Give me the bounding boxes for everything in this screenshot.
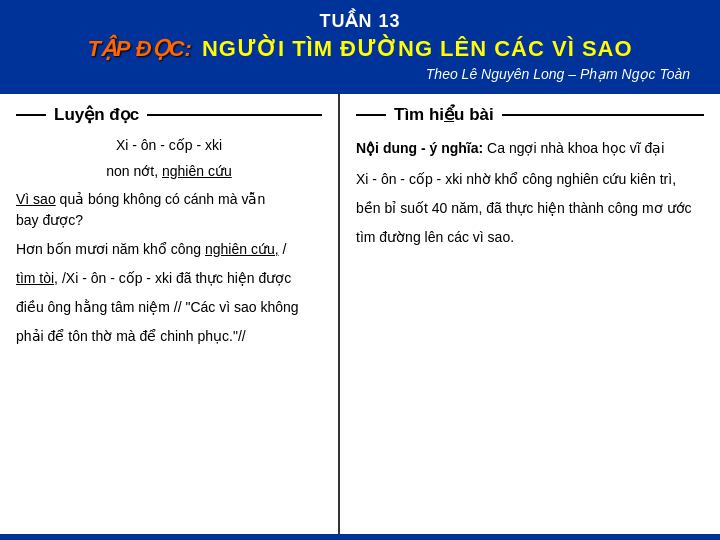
paragraph-4: phải để tôn thờ mà để chinh phục."// — [16, 326, 322, 347]
main-content: Luyện đọc Xi - ôn - cốp - xki non nớt, n… — [0, 94, 720, 534]
vocab-non-not: non nớt, — [106, 163, 162, 179]
luyen-doc-header: Luyện đọc — [16, 104, 322, 125]
bay-duoc: bay được? — [16, 212, 83, 228]
p2-tim-toi: tìm tòi, — [16, 270, 58, 286]
p1-slash: / — [279, 241, 287, 257]
noi-dung-block: Nội dung - ý nghĩa: Ca ngợi nhà khoa học… — [356, 137, 704, 159]
paragraph-2: tìm tòi, /Xi - ôn - cốp - xki đã thực hi… — [16, 268, 322, 289]
p2-rest: /Xi - ôn - cốp - xki đã thực hiện được — [58, 270, 291, 286]
tap-doc-label: TẬP ĐỌC: — [87, 36, 192, 62]
p1-start: Hơn bốn mươi năm khổ công — [16, 241, 205, 257]
theo-attribution: Theo Lê Nguyên Long – Phạm Ngọc Toàn — [0, 66, 720, 82]
paragraph-1: Hơn bốn mươi năm khổ công nghiên cứu, / — [16, 239, 322, 260]
p1-nghien-cuu: nghiên cứu, — [205, 241, 279, 257]
tuan-title: TUẦN 13 — [0, 10, 720, 32]
tap-doc-title: NGƯỜI TÌM ĐƯỜNG LÊN CÁC VÌ SAO — [202, 36, 633, 62]
paragraph-3: điều ông hằng tâm niệm // "Các vì sao kh… — [16, 297, 322, 318]
left-panel: Luyện đọc Xi - ôn - cốp - xki non nớt, n… — [0, 94, 340, 534]
tim-hieu-header: Tìm hiểu bài — [356, 104, 704, 125]
tap-doc-line: TẬP ĐỌC: NGƯỜI TÌM ĐƯỜNG LÊN CÁC VÌ SAO — [0, 36, 720, 62]
vi-sao-rest: quả bóng không có cánh mà vẫn — [56, 191, 265, 207]
vocab-line-2: non nớt, nghiên cứu — [16, 163, 322, 179]
header-line-left — [16, 114, 46, 116]
right-panel: Tìm hiểu bài Nội dung - ý nghĩa: Ca ngợi… — [340, 94, 720, 534]
vi-sao-underline: Vì sao — [16, 191, 56, 207]
detail-line-2: bền bỉ suốt 40 năm, đã thực hiện thành c… — [356, 198, 704, 219]
header-line-right — [147, 114, 322, 116]
noi-dung-text: Ca ngợi nhà khoa học vĩ đại — [487, 140, 664, 156]
tim-hieu-title: Tìm hiểu bài — [394, 104, 494, 125]
detail-line-3: tìm đường lên các vì sao. — [356, 227, 704, 248]
right-header-line-right — [502, 114, 704, 116]
sentence-vi-sao: Vì sao quả bóng không có cánh mà vẫn bay… — [16, 189, 322, 231]
luyen-doc-title: Luyện đọc — [54, 104, 139, 125]
right-header-line-left — [356, 114, 386, 116]
noi-dung-label: Nội dung - ý nghĩa: — [356, 140, 483, 156]
page-header: TUẦN 13 TẬP ĐỌC: NGƯỜI TÌM ĐƯỜNG LÊN CÁC… — [0, 0, 720, 88]
vocab-line-1: Xi - ôn - cốp - xki — [16, 137, 322, 153]
detail-line-1: Xi - ôn - cốp - xki nhờ khổ công nghiên … — [356, 169, 704, 190]
vocab-nghien-cuu: nghiên cứu — [162, 163, 232, 179]
